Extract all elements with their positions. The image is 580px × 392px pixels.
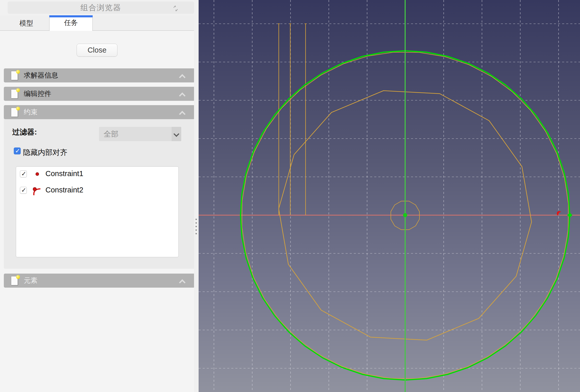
chevron-up-icon[interactable] bbox=[180, 74, 184, 78]
task-page-icon bbox=[11, 276, 20, 286]
constraint-row[interactable]: Constraint1 bbox=[16, 169, 178, 179]
coincident-constraint-icon bbox=[33, 170, 41, 178]
tab-model[interactable]: 模型 bbox=[5, 15, 48, 31]
section-header-elements[interactable]: 元素 bbox=[4, 274, 195, 288]
combo-view-panel: 组合浏览器 模型 任务 Close 求解器信息 编辑控件 bbox=[0, 0, 199, 392]
constraint-list[interactable]: Constraint1 Constraint2 bbox=[16, 166, 179, 257]
sketch-canvas[interactable] bbox=[199, 0, 580, 392]
chevron-up-icon[interactable] bbox=[180, 92, 184, 96]
filter-selected-value: 全部 bbox=[104, 127, 118, 141]
task-page-icon bbox=[11, 89, 20, 99]
point-on-object-constraint-icon bbox=[32, 187, 41, 195]
constraint-name: Constraint1 bbox=[45, 169, 83, 178]
section-label: 约束 bbox=[24, 105, 38, 119]
section-label: 编辑控件 bbox=[24, 87, 51, 101]
section-header-constraints[interactable]: 约束 bbox=[4, 105, 195, 119]
panel-tabbar: 模型 任务 bbox=[0, 15, 199, 31]
constraint-name: Constraint2 bbox=[45, 186, 83, 194]
panel-title: 组合浏览器 bbox=[8, 2, 194, 14]
panel-splitter[interactable] bbox=[194, 0, 199, 392]
chevron-up-icon[interactable] bbox=[180, 111, 184, 115]
section-header-edit-controls[interactable]: 编辑控件 bbox=[4, 87, 195, 101]
constraint2-checkbox[interactable] bbox=[20, 187, 27, 194]
section-label: 元素 bbox=[24, 274, 38, 288]
hide-internal-alignment-checkbox[interactable] bbox=[14, 148, 21, 154]
filter-dropdown[interactable]: 全部 bbox=[99, 127, 181, 141]
close-button[interactable]: Close bbox=[77, 44, 117, 57]
task-page-icon bbox=[11, 70, 20, 81]
splitter-grip-dot bbox=[196, 233, 197, 234]
splitter-grip-dot bbox=[196, 219, 197, 220]
3d-viewport[interactable] bbox=[199, 0, 580, 392]
splitter-grip-dot bbox=[196, 222, 197, 224]
constraint1-checkbox[interactable] bbox=[20, 170, 27, 177]
filter-label: 过滤器: bbox=[12, 127, 37, 137]
section-label: 求解器信息 bbox=[24, 68, 58, 82]
chevron-up-icon[interactable] bbox=[180, 279, 184, 283]
task-page-icon bbox=[11, 107, 20, 117]
tab-tasks[interactable]: 任务 bbox=[49, 15, 93, 31]
hide-internal-alignment-label: 隐藏内部对齐 bbox=[23, 148, 67, 158]
panel-header: 组合浏览器 bbox=[8, 2, 194, 14]
section-header-solver[interactable]: 求解器信息 bbox=[4, 68, 195, 82]
constraint-row[interactable]: Constraint2 bbox=[16, 185, 178, 196]
chevron-down-icon[interactable] bbox=[172, 127, 181, 141]
splitter-grip-dot bbox=[196, 229, 197, 231]
freecad-window: 组合浏览器 模型 任务 Close 求解器信息 编辑控件 bbox=[0, 0, 580, 392]
float-panel-icon[interactable] bbox=[173, 5, 179, 12]
splitter-grip-dot bbox=[196, 226, 197, 227]
